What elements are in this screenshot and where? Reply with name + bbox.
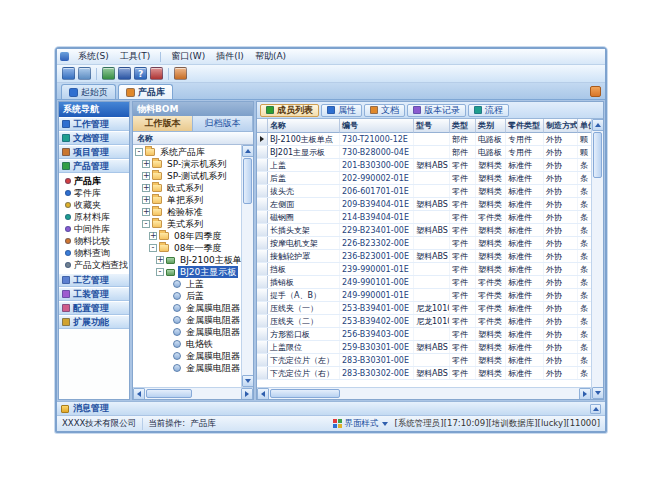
nav-item[interactable]: 产品库: [59, 175, 129, 187]
table-row[interactable]: 长插头支架229-B23401-00E塑料ABS零件塑料类标准件外协条: [257, 224, 591, 237]
members-tab[interactable]: 属性: [321, 104, 362, 117]
tree-row[interactable]: 金属膜电阻器: [133, 362, 241, 374]
nav-item[interactable]: 中间件库: [59, 223, 129, 235]
doc-tab[interactable]: 起始页: [61, 84, 116, 99]
grid-horizontal-scrollbar[interactable]: [257, 387, 591, 399]
bom-version-tab[interactable]: 归档版本: [193, 116, 253, 131]
scroll-left-icon[interactable]: [257, 388, 269, 399]
tree-row[interactable]: +SP-测试机系列: [133, 170, 241, 182]
grid-column-header[interactable]: 编号: [340, 119, 414, 133]
members-tab[interactable]: 文档: [364, 104, 405, 117]
nav-item[interactable]: 零件库: [59, 187, 129, 199]
tree-row[interactable]: +检验标准: [133, 206, 241, 218]
menu-item[interactable]: 插件(I): [211, 49, 249, 64]
window-layout-icon[interactable]: [78, 67, 91, 80]
expand-icon[interactable]: +: [142, 172, 150, 180]
expand-panel-icon[interactable]: [590, 404, 601, 414]
nav-group-header[interactable]: 工艺管理: [59, 273, 129, 287]
tree-vertical-scrollbar[interactable]: [241, 145, 253, 387]
tree-row[interactable]: 金属膜电阻器: [133, 326, 241, 338]
message-panel-bar[interactable]: 消息管理: [57, 401, 605, 415]
menu-item[interactable]: 系统(S): [73, 49, 114, 64]
scroll-right-icon[interactable]: [579, 388, 591, 399]
tree-row[interactable]: -BJ20主显示板: [133, 266, 241, 278]
grid-hscrollbar-thumb[interactable]: [270, 389, 340, 398]
expand-icon[interactable]: +: [142, 196, 150, 204]
doc-tab[interactable]: 产品库: [118, 84, 173, 99]
tree-scrollbar-thumb[interactable]: [243, 158, 252, 204]
scroll-down-icon[interactable]: [242, 375, 254, 387]
tree-row[interactable]: 后盖: [133, 290, 241, 302]
collapse-icon[interactable]: -: [135, 148, 143, 156]
tree-row[interactable]: +08年四季度: [133, 230, 241, 242]
nav-group-header[interactable]: 产品管理: [59, 159, 129, 173]
ui-style-selector[interactable]: 界面样式: [345, 418, 379, 430]
collapse-icon[interactable]: -: [156, 268, 164, 276]
nav-group-header[interactable]: 配置管理: [59, 301, 129, 315]
grid-column-header[interactable]: 类型: [450, 119, 476, 133]
help-icon[interactable]: ?: [134, 67, 147, 80]
tree-row[interactable]: -美式系列: [133, 218, 241, 230]
tree-hscrollbar-thumb[interactable]: [146, 389, 192, 398]
nav-group-header[interactable]: 工作管理: [59, 117, 129, 131]
tree-row[interactable]: +BJ-2100主板单点: [133, 254, 241, 266]
menu-item[interactable]: 窗口(W): [166, 49, 210, 64]
nav-item[interactable]: 产品文档查找: [59, 259, 129, 271]
expand-icon[interactable]: +: [142, 208, 150, 216]
settings-icon[interactable]: [174, 67, 187, 80]
table-row[interactable]: 挡板239-990001-01E零件塑料类标准件外协条: [257, 263, 591, 276]
menu-item[interactable]: 工具(T): [115, 49, 156, 64]
scroll-up-icon[interactable]: [242, 145, 254, 157]
table-row[interactable]: 压线夹（二）253-B39402-00E尼龙1010零件零件类标准件外协条: [257, 315, 591, 328]
tree-row[interactable]: -系统产品库: [133, 146, 241, 158]
grid-scrollbar-thumb[interactable]: [593, 132, 602, 178]
tree-column-header[interactable]: 名称: [133, 132, 253, 145]
bom-version-tab[interactable]: 工作版本: [133, 116, 193, 131]
tree-row[interactable]: 金属膜电阻器: [133, 350, 241, 362]
nav-group-header[interactable]: 扩展功能: [59, 315, 129, 329]
members-tab[interactable]: 版本记录: [407, 104, 466, 117]
scroll-right-icon[interactable]: [241, 388, 253, 400]
tree-row[interactable]: -08年一季度: [133, 242, 241, 254]
scroll-down-icon[interactable]: [592, 387, 604, 399]
tree-row[interactable]: +欧式系列: [133, 182, 241, 194]
views-icon[interactable]: [62, 67, 75, 80]
nav-group-header[interactable]: 工装管理: [59, 287, 129, 301]
nav-item[interactable]: 物料比较: [59, 235, 129, 247]
table-row[interactable]: 左侧面209-B39404-01E塑料ABS零件塑料类标准件外协条: [257, 198, 591, 211]
expand-icon[interactable]: +: [142, 160, 150, 168]
tree-row[interactable]: 电烙铁: [133, 338, 241, 350]
nav-group-header[interactable]: 项目管理: [59, 145, 129, 159]
scroll-left-icon[interactable]: [133, 388, 145, 400]
scroll-up-icon[interactable]: [592, 119, 604, 131]
menu-item[interactable]: 帮助(A): [250, 49, 291, 64]
grid-column-header[interactable]: 类别: [476, 119, 506, 133]
library-icon[interactable]: [118, 67, 131, 80]
tree-row[interactable]: 上盖: [133, 278, 241, 290]
table-row[interactable]: 压线夹（一）253-B39401-00E尼龙1010零件零件类标准件外协条: [257, 302, 591, 315]
table-row[interactable]: BJ201主显示板730-B28000-04E部件电路板专用件外协颗: [257, 146, 591, 159]
members-tab[interactable]: 流程: [468, 104, 509, 117]
table-row[interactable]: 提手（A、B）249-990001-01E零件零件类标准件外协条: [257, 289, 591, 302]
table-row[interactable]: 方形豁口板256-B39403-00E零件塑料类标准件外协条: [257, 328, 591, 341]
grid-column-header[interactable]: 型号: [414, 119, 450, 133]
expand-icon[interactable]: +: [156, 256, 164, 264]
nav-item[interactable]: 原材料库: [59, 211, 129, 223]
user-icon[interactable]: [102, 67, 115, 80]
table-row[interactable]: 插销板249-990101-00E零件零件类标准件外协条: [257, 276, 591, 289]
grid-vertical-scrollbar[interactable]: [591, 119, 603, 399]
table-row[interactable]: 下壳定位片（左）283-B30301-00E零件塑料类标准件外协条: [257, 354, 591, 367]
collapse-icon[interactable]: -: [149, 244, 157, 252]
tree-row[interactable]: 金属膜电阻器: [133, 314, 241, 326]
stop-icon[interactable]: [150, 67, 163, 80]
chevron-down-icon[interactable]: [382, 422, 388, 426]
table-row[interactable]: BJ-2100主板单点730-T21000-12E部件电路板专用件外协颗: [257, 133, 591, 146]
table-row[interactable]: 接触轮护罩236-B23001-00E塑料ABS零件塑料类标准件外协条: [257, 250, 591, 263]
grid-column-header[interactable]: 名称: [268, 119, 340, 133]
nav-item[interactable]: 收藏夹: [59, 199, 129, 211]
grid-column-header[interactable]: 制造方式: [544, 119, 578, 133]
nav-item[interactable]: 物料查询: [59, 247, 129, 259]
collapse-icon[interactable]: -: [142, 220, 150, 228]
expand-icon[interactable]: +: [142, 184, 150, 192]
tree-row[interactable]: +单把系列: [133, 194, 241, 206]
